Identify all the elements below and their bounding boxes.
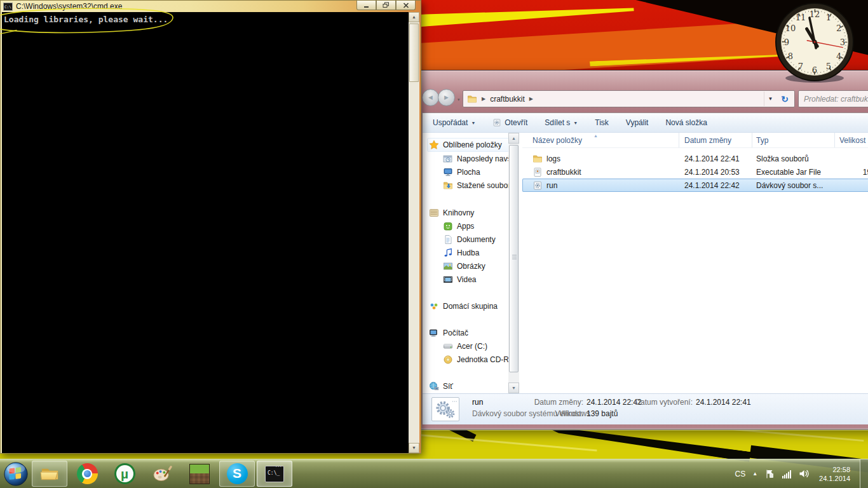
- address-dropdown-icon[interactable]: ▼: [764, 92, 776, 106]
- sidebar-item-apps[interactable]: Apps: [443, 220, 514, 233]
- tray-time: 22:58: [819, 465, 850, 474]
- share-button[interactable]: Sdílet s▼: [545, 118, 578, 127]
- scroll-up-icon[interactable]: ▲: [409, 12, 419, 22]
- history-dropdown-icon[interactable]: ▾: [458, 97, 460, 102]
- cmd-window[interactable]: C:\ C:\Windows\system32\cmd.exe Loading …: [0, 0, 421, 454]
- scroll-up-icon[interactable]: ▲: [508, 133, 519, 144]
- taskbar-paint[interactable]: [144, 461, 180, 487]
- clock-gadget[interactable]: 1 2 3 4 5 6 7 8 9 10 11 12: [774, 1, 855, 86]
- command-prompt-icon: C:\_: [265, 466, 284, 482]
- sidebar-item-music[interactable]: Hudba: [443, 247, 514, 259]
- clock-numeral: 7: [798, 62, 803, 71]
- burn-button[interactable]: Vypálit: [626, 118, 649, 127]
- sidebar-scrollbar[interactable]: ▲ ▼: [508, 133, 519, 393]
- sidebar-item-pictures[interactable]: Obrázky: [443, 260, 514, 273]
- taskbar-google-chrome[interactable]: [69, 461, 105, 487]
- column-header-modified[interactable]: Datum změny: [679, 133, 752, 147]
- favorites-star-icon: [429, 140, 439, 150]
- print-button[interactable]: Tisk: [595, 118, 609, 127]
- column-header-type[interactable]: Typ: [752, 133, 835, 147]
- sidebar-item-videos[interactable]: Videa: [443, 273, 514, 286]
- column-header-name[interactable]: ▲Název položky: [522, 133, 679, 147]
- language-indicator[interactable]: CS: [735, 470, 745, 478]
- column-header-size[interactable]: Velikost: [835, 133, 868, 147]
- sidebar-item-computer[interactable]: Počítač: [429, 327, 514, 339]
- taskbar-command-prompt[interactable]: C:\_: [257, 461, 292, 487]
- file-list: ▲Název položky Datum změny Typ Velikost …: [522, 133, 868, 393]
- taskbar-windows-explorer[interactable]: [32, 461, 67, 487]
- cmd-caption-buttons: [356, 1, 416, 10]
- chevron-down-icon: ▼: [573, 121, 578, 125]
- skype-icon: S: [227, 463, 248, 484]
- search-input[interactable]: [804, 91, 868, 107]
- taskbar-utorrent[interactable]: [107, 461, 142, 487]
- explorer-window[interactable]: ◄ ► ▾ ▶ craftbukkit ▶ ▼ ↻ Uspořádat▼ Ote…: [416, 70, 868, 430]
- scroll-down-icon[interactable]: ▼: [409, 443, 419, 453]
- refresh-icon[interactable]: ↻: [776, 94, 793, 104]
- start-orb-icon: [4, 462, 28, 486]
- batch-file-icon: [532, 180, 543, 191]
- show-desktop-button[interactable]: [860, 459, 868, 488]
- sidebar-item-desktop[interactable]: Plocha: [443, 166, 514, 179]
- cmd-scrollbar[interactable]: ▲ ▼: [409, 12, 419, 453]
- sidebar-item-documents[interactable]: Dokumenty: [443, 233, 514, 246]
- computer-icon: [429, 328, 439, 338]
- scrollbar-thumb[interactable]: [509, 145, 519, 372]
- cmd-window-title: C:\Windows\system32\cmd.exe: [16, 2, 122, 11]
- search-box[interactable]: [798, 90, 868, 107]
- taskbar-minecraft[interactable]: [182, 461, 217, 487]
- scroll-down-icon[interactable]: ▼: [508, 383, 519, 393]
- taskbar-skype[interactable]: S: [219, 461, 255, 487]
- action-center-icon[interactable]: [764, 469, 775, 479]
- file-row-craftbukkit[interactable]: craftbukkit 24.1.2014 20:53 Executable J…: [522, 165, 868, 179]
- clock-numeral: 1: [826, 13, 831, 22]
- sidebar-item-cd-drive[interactable]: Jednotka CD-ROM: [443, 353, 514, 366]
- address-bar[interactable]: ▶ craftbukkit ▶ ▼ ↻: [463, 90, 795, 107]
- breadcrumb-chevron-icon[interactable]: ▶: [477, 96, 490, 102]
- clock[interactable]: 22:58 24.1.2014: [817, 465, 853, 483]
- cmd-output: Loading libraries, please wait...: [2, 12, 410, 24]
- back-button[interactable]: ◄: [422, 89, 439, 106]
- clock-numeral: 4: [836, 51, 841, 61]
- file-row-logs[interactable]: logs 24.1.2014 22:41 Složka souborů: [522, 152, 868, 165]
- libraries-icon: [429, 208, 439, 218]
- utorrent-icon: [114, 463, 135, 484]
- hidden-icons-chevron-icon[interactable]: ▲: [752, 471, 757, 477]
- clock-numeral: 10: [785, 24, 796, 33]
- command-toolbar: Uspořádat▼ Otevřít Sdílet s▼ Tisk Vypáli…: [423, 113, 868, 133]
- sidebar-item-network[interactable]: Síť: [429, 380, 514, 393]
- sidebar-item-downloads[interactable]: Stažené soubory: [443, 179, 514, 192]
- clock-numeral: 6: [812, 65, 817, 75]
- forward-button[interactable]: ►: [438, 89, 455, 106]
- breadcrumb[interactable]: craftbukkit: [490, 95, 525, 104]
- homegroup-icon: [429, 301, 439, 311]
- breadcrumb-chevron-icon[interactable]: ▶: [525, 96, 538, 102]
- new-folder-button[interactable]: Nová složka: [665, 118, 707, 127]
- sidebar-item-libraries[interactable]: Knihovny: [429, 207, 514, 219]
- restore-button[interactable]: [376, 1, 396, 10]
- details-size-value: 139 bajtů: [587, 409, 618, 418]
- sort-ascending-icon: ▲: [593, 133, 598, 144]
- details-pane: run Dávkový soubor systému Windows Datum…: [423, 393, 868, 424]
- sidebar-item-drive-c[interactable]: Acer (C:): [443, 340, 514, 353]
- clock-numeral: 3: [840, 37, 845, 47]
- recent-places-icon: [443, 154, 453, 164]
- sidebar-item-recent-places[interactable]: Naposledy navštívené: [443, 152, 514, 165]
- volume-icon[interactable]: [799, 469, 810, 478]
- cmd-terminal[interactable]: Loading libraries, please wait...: [2, 12, 410, 453]
- sidebar-item-homegroup[interactable]: Domácí skupina: [429, 300, 514, 313]
- start-button[interactable]: [0, 459, 32, 488]
- network-icon[interactable]: [782, 470, 792, 478]
- desktop-icon: [443, 167, 453, 177]
- organize-button[interactable]: Uspořádat▼: [433, 118, 475, 127]
- scrollbar-thumb[interactable]: [409, 24, 419, 82]
- taskbar: S C:\_ CS ▲ 22:58 24.1.2014: [0, 459, 868, 488]
- column-headers: ▲Název položky Datum změny Typ Velikost: [522, 133, 868, 148]
- close-button[interactable]: [396, 1, 416, 10]
- file-row-run-selected[interactable]: run 24.1.2014 22:42 Dávkový soubor s...: [522, 179, 868, 192]
- open-button[interactable]: Otevřít: [492, 118, 527, 127]
- minimize-button[interactable]: [356, 1, 376, 10]
- cmd-icon: C:\: [3, 3, 13, 11]
- sidebar-item-favorites[interactable]: Oblíbené položky: [428, 139, 509, 151]
- folder-icon: [532, 154, 543, 164]
